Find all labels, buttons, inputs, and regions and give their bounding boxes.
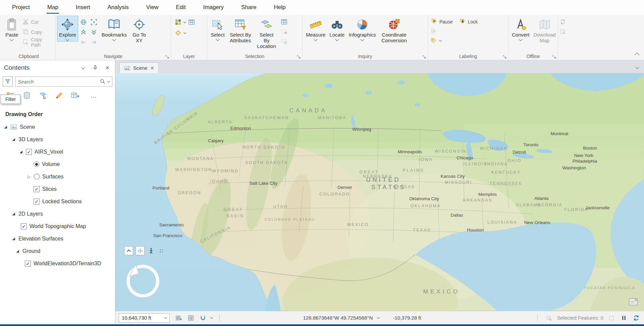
slices-checkbox[interactable]: ✓	[34, 186, 40, 192]
sync-button[interactable]	[558, 17, 567, 26]
tree-expander-icon[interactable]: ◢	[11, 212, 16, 216]
snapping-button[interactable]	[199, 314, 207, 322]
menu-tab-project[interactable]: Project	[11, 1, 31, 14]
tree-item-surfaces[interactable]: ▷ Surfaces	[0, 170, 115, 183]
label-style-button[interactable]	[429, 36, 438, 45]
tree-expander-icon[interactable]: ◢	[11, 237, 16, 240]
more-tabs-button[interactable]: …	[91, 92, 97, 99]
menu-tab-imagery[interactable]: Imagery	[203, 1, 224, 14]
volume-radio[interactable]	[34, 161, 39, 167]
pause-drawing-button[interactable]	[620, 314, 628, 322]
go-to-xy-button[interactable]: Go To XY	[129, 16, 150, 45]
tree-expander-icon[interactable]: ◢	[11, 138, 16, 141]
coordinate-conversion-button[interactable]: Coordinate Conversion	[378, 16, 410, 45]
attribute-table-button[interactable]	[280, 17, 288, 26]
convert-button[interactable]: Convert	[510, 16, 532, 42]
tree-item-slices[interactable]: ✓ Slices	[0, 183, 115, 195]
tree-expander-icon[interactable]: ▷	[27, 175, 31, 179]
search-input[interactable]	[18, 79, 98, 85]
tab-list-by-editing[interactable]	[54, 91, 64, 101]
lock-labeling-button[interactable]: Lock	[458, 17, 480, 26]
topo-checkbox[interactable]: ✓	[21, 223, 27, 229]
scale-combobox[interactable]: 10,640,730 ft	[119, 313, 170, 323]
bookmarks-button[interactable]: Bookmarks	[100, 16, 129, 42]
pause-labeling-button[interactable]: Pause	[429, 17, 454, 26]
pedestrian-view-button[interactable]	[147, 246, 155, 255]
panel-menu-button[interactable]	[79, 64, 87, 71]
map-overlay-icon[interactable]	[629, 297, 639, 308]
unplaced-labels-button[interactable]	[429, 27, 438, 36]
tree-item-world-topographic-map[interactable]: ✓ World Topographic Map	[0, 220, 115, 232]
map-viewport[interactable]: CANADA BRITISH COLUMBIA ALBERTA SASKATCH…	[115, 73, 644, 311]
infographics-button[interactable]: Infographics	[346, 16, 378, 42]
menu-tab-edit[interactable]: Edit	[175, 1, 186, 14]
pin-panel-button[interactable]	[92, 64, 99, 71]
filter-button[interactable]	[3, 76, 13, 87]
tree-item-3d-layers[interactable]: ◢ 3D Layers	[0, 133, 115, 146]
refresh-button[interactable]	[632, 314, 641, 322]
chevron-down-icon[interactable]	[107, 79, 110, 82]
elevation-checkbox[interactable]: ✓	[25, 261, 31, 267]
add-table-button[interactable]	[187, 18, 196, 26]
download-map-button[interactable]: Download Map	[532, 16, 558, 45]
locate-button[interactable]: Locate	[327, 16, 346, 42]
explore-button[interactable]: Explore	[57, 16, 78, 42]
tree-expander-icon[interactable]: ◢	[19, 150, 23, 154]
locked-sections-checkbox[interactable]: ✓	[34, 199, 40, 205]
layout-grid-button[interactable]	[174, 314, 183, 322]
collapse-ribbon-button[interactable]	[635, 53, 639, 57]
menu-tab-help[interactable]: Help	[273, 1, 286, 14]
menu-tab-share[interactable]: Share	[240, 1, 257, 14]
tab-list-by-data-source[interactable]	[21, 91, 32, 101]
paste-button[interactable]: Paste	[3, 16, 20, 42]
navigator-wheel[interactable]	[123, 261, 163, 303]
tab-list-chevron-icon[interactable]	[635, 65, 639, 69]
close-panel-button[interactable]: ×	[104, 64, 111, 71]
copy-path-button[interactable]: Copy Path	[21, 38, 53, 47]
menu-tab-insert[interactable]: Insert	[75, 1, 91, 14]
full-extent-button[interactable]	[79, 18, 88, 26]
tree-item-locked-sections[interactable]: ✓ Locked Sections	[0, 195, 115, 208]
clear-selected-button[interactable]	[607, 314, 616, 322]
zoom-to-selection-button[interactable]	[90, 18, 98, 26]
tab-list-by-selection[interactable]	[38, 91, 48, 101]
navigator-options-button[interactable]	[157, 246, 165, 255]
tree-item-2d-layers[interactable]: ◢ 2D Layers	[0, 208, 115, 220]
grid-button[interactable]	[186, 314, 195, 322]
tree-item-volume[interactable]: Volume	[0, 158, 115, 170]
select-button[interactable]: Select	[209, 16, 227, 42]
menu-tab-map[interactable]: Map	[47, 1, 59, 14]
measure-button[interactable]: Measure	[304, 16, 327, 42]
tree-item-world-elevation[interactable]: ✓ WorldElevation3D/Terrain3D	[0, 257, 115, 270]
cut-button[interactable]: Cut	[21, 17, 53, 26]
tree-item-scene[interactable]: ◢ Scene	[0, 121, 115, 133]
pan-mode-button[interactable]	[136, 246, 145, 255]
surfaces-radio[interactable]	[34, 174, 40, 179]
add-preset-button[interactable]	[174, 29, 182, 37]
previous-extent-button[interactable]	[79, 38, 88, 47]
add-data-button[interactable]	[174, 18, 182, 26]
fixed-zoom-in-button[interactable]	[79, 28, 88, 37]
tab-list-by-labeling[interactable]	[70, 91, 80, 101]
copy-button[interactable]: Copy	[21, 28, 53, 37]
fixed-zoom-out-button[interactable]	[90, 28, 98, 37]
look-around-button[interactable]	[124, 246, 133, 255]
chevron-down-icon[interactable]	[377, 316, 380, 319]
clear-selection-button[interactable]	[280, 27, 288, 36]
coordinate-readout[interactable]: 126.8673646°W 49.7254568°N -10,379.28 ft	[303, 315, 421, 321]
selection-options-button[interactable]	[280, 37, 288, 46]
next-extent-button[interactable]	[90, 38, 98, 47]
menu-tab-view[interactable]: View	[146, 1, 159, 14]
chevron-down-icon[interactable]	[210, 316, 213, 319]
layer-checkbox[interactable]: ✓	[26, 149, 32, 155]
tree-expander-icon[interactable]: ◢	[15, 249, 20, 253]
close-tab-button[interactable]: ×	[151, 65, 154, 71]
tree-expander-icon[interactable]: ◢	[3, 125, 8, 129]
tree-item-airs-voxel[interactable]: ◢ ✓ AIRS_Voxel	[0, 146, 115, 158]
remove-offline-button[interactable]	[558, 27, 567, 36]
select-by-location-button[interactable]: Select By Location	[254, 16, 279, 50]
tree-item-ground[interactable]: ◢ Ground	[0, 245, 115, 257]
select-by-attributes-button[interactable]: Select By Attributes	[227, 16, 254, 45]
tree-item-elevation-surfaces[interactable]: ◢ Elevation Surfaces	[0, 232, 115, 245]
menu-tab-analysis[interactable]: Analysis	[107, 1, 129, 14]
